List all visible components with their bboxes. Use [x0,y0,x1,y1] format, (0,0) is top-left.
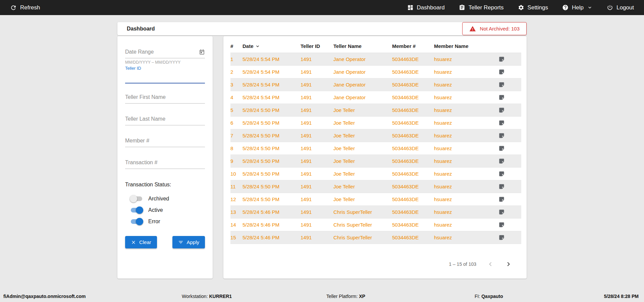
nav-logout[interactable]: Logout [607,4,634,11]
toggle-switch[interactable] [130,218,143,225]
table-row[interactable]: 65/28/24 5:50 PM1491Joe Teller5034463DEh… [230,117,521,129]
cell-teller-id: 1491 [301,145,333,151]
cell-member-number: 5034463DE [392,222,434,228]
teller-first-name-input[interactable] [125,91,205,104]
teller-last-name-field[interactable] [125,113,205,125]
table-row[interactable]: 105/28/24 5:50 PM1491Joe Teller5034463DE… [230,168,521,180]
table-row[interactable]: 155/28/24 5:46 PM1491Chris SuperTeller50… [230,231,521,244]
note-icon[interactable] [498,145,505,152]
toggle-active-label: Active [148,207,163,213]
dashboard-icon [407,4,414,11]
note-icon[interactable] [498,120,505,126]
table-row[interactable]: 45/28/24 5:54 PM1491Jane Operator5034463… [230,91,521,104]
note-icon[interactable] [498,234,505,241]
note-icon[interactable] [498,56,505,62]
toggle-active[interactable]: Active [130,204,205,216]
cell-member-number: 5034463DE [392,145,434,151]
previous-page-button[interactable] [486,260,494,268]
toggle-error[interactable]: Error [130,216,205,227]
column-header-member-number: Member # [392,43,434,49]
table-row[interactable]: 125/28/24 5:50 PM1491Joe Teller5034463DE… [230,193,521,206]
nav-logout-label: Logout [616,4,634,11]
table-row[interactable]: 115/28/24 5:50 PM1491Joe Teller5034463DE… [230,180,521,193]
table-row[interactable]: 145/28/24 5:46 PM1491Chris SuperTeller50… [230,219,521,231]
table-row[interactable]: 15/28/24 5:54 PM1491Jane Operator5034463… [230,53,521,66]
note-icon[interactable] [498,171,505,177]
warning-triangle-icon [469,25,476,32]
table-row[interactable]: 35/28/24 5:54 PM1491Jane Operator5034463… [230,78,521,91]
cell-member-name: hsuarez [434,56,498,62]
cell-row-number: 6 [230,120,243,126]
cell-member-number: 5034463DE [392,209,434,215]
cell-member-number: 5034463DE [392,107,434,113]
cell-member-name: hsuarez [434,120,498,126]
teller-first-name-field[interactable] [125,91,205,104]
date-range-input[interactable] [125,46,205,58]
cell-teller-id: 1491 [301,196,333,202]
cell-teller-id: 1491 [301,222,333,228]
table-row[interactable]: 85/28/24 5:50 PM1491Joe Teller5034463DEh… [230,142,521,155]
nav-dashboard[interactable]: Dashboard [407,4,445,11]
clear-button-label: Clear [139,239,151,245]
cell-teller-id: 1491 [301,171,333,177]
table-row[interactable]: 25/28/24 5:54 PM1491Jane Operator5034463… [230,66,521,78]
cell-row-number: 4 [230,95,243,100]
note-icon[interactable] [498,94,505,101]
cell-teller-id: 1491 [301,184,333,189]
cell-teller-id: 1491 [301,82,333,87]
date-format-hint: MM/DD/YYYY – MM/DD/YYYY [125,60,205,65]
cell-date: 5/28/24 5:50 PM [243,120,301,126]
member-number-field[interactable] [125,134,205,147]
calendar-icon[interactable] [199,49,205,55]
nav-teller-reports[interactable]: Teller Reports [459,4,504,11]
toggle-switch[interactable] [130,195,143,202]
cell-row-number: 8 [230,145,243,151]
teller-id-label: Teller ID [125,66,205,71]
cell-row-number: 9 [230,158,243,164]
page-title: Dashboard [127,26,155,32]
toggle-error-label: Error [148,219,160,225]
note-icon[interactable] [498,69,505,75]
not-archived-badge[interactable]: Not Archived: 103 [462,22,527,35]
note-icon[interactable] [498,209,505,215]
teller-id-input[interactable] [125,71,205,83]
note-icon[interactable] [498,132,505,139]
nav-teller-reports-label: Teller Reports [469,4,504,11]
teller-last-name-input[interactable] [125,113,205,125]
table-row[interactable]: 75/28/24 5:50 PM1491Joe Teller5034463DEh… [230,129,521,142]
cell-member-name: hsuarez [434,209,498,215]
note-icon[interactable] [498,196,505,202]
next-page-button[interactable] [504,260,513,268]
note-icon[interactable] [498,81,505,88]
cell-member-number: 5034463DE [392,184,434,189]
clear-button[interactable]: Clear [125,236,157,248]
apply-button[interactable]: Apply [172,236,205,248]
member-number-input[interactable] [125,134,205,147]
teller-platform-status: Teller Platform: XP [326,294,365,299]
toggle-archived-label: Archived [148,196,169,202]
toggle-archived[interactable]: Archived [130,193,205,204]
nav-help[interactable]: Help [562,4,593,11]
cell-teller-name: Jane Operator [333,95,392,100]
cell-row-number: 15 [230,235,243,240]
table-row[interactable]: 95/28/24 5:50 PM1491Joe Teller5034463DEh… [230,155,521,168]
refresh-button[interactable]: Refresh [10,4,40,11]
note-icon[interactable] [498,107,505,113]
main-content: Dashboard Not Archived: 103 MM/DD/YYYY –… [117,22,527,279]
column-header-date[interactable]: Date [243,43,301,49]
transaction-number-input[interactable] [125,156,205,169]
toggle-switch[interactable] [130,206,143,214]
table-row[interactable]: 135/28/24 5:46 PM1491Chris SuperTeller50… [230,206,521,219]
note-icon[interactable] [498,183,505,190]
cell-teller-id: 1491 [301,235,333,240]
note-icon[interactable] [498,222,505,228]
chevron-down-icon [587,5,593,10]
nav-settings[interactable]: Settings [518,4,548,11]
transaction-number-field[interactable] [125,156,205,169]
teller-id-field[interactable]: Teller ID [125,66,205,83]
cell-date: 5/28/24 5:46 PM [243,209,301,215]
note-icon[interactable] [498,158,505,164]
table-row[interactable]: 55/28/24 5:50 PM1491Joe Teller5034463DEh… [230,104,521,117]
cell-teller-name: Jane Operator [333,82,392,87]
date-range-field[interactable] [125,46,205,58]
